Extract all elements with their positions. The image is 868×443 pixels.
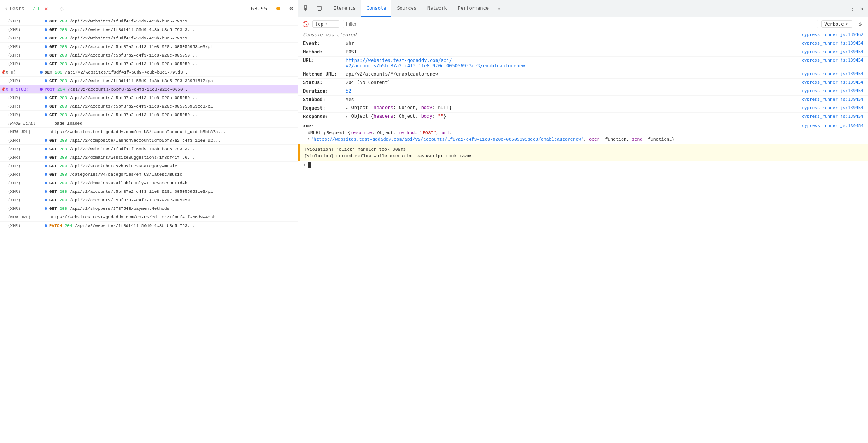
duration-link[interactable]: cypress_runner.js:139454 <box>802 88 863 93</box>
tab-network[interactable]: Network <box>422 0 453 17</box>
console-cleared-link[interactable]: cypress_runner.js:139462 <box>802 32 863 37</box>
tab-elements[interactable]: Elements <box>328 0 361 17</box>
console-request-row[interactable]: Request: ▶ Object {headers: Object, body… <box>298 104 868 113</box>
tab-sources[interactable]: Sources <box>391 0 422 17</box>
devtools-icon-bar <box>298 3 328 14</box>
url-link[interactable]: https://websites.test-godaddy.com/api/v2… <box>346 58 525 69</box>
devtools-header: Elements Console Sources Network Perform… <box>298 0 868 17</box>
log-item[interactable]: (XHR)GET 200 /api/v2/composite/launch?ac… <box>0 136 298 145</box>
log-item[interactable]: (XHR)GET 200 /api/v2/shoppers/2787548/pa… <box>0 204 298 213</box>
log-item[interactable]: (XHR)GET 200 /api/v2/accounts/b5bf87a2-c… <box>0 43 298 51</box>
console-settings-icon[interactable]: ⚙ <box>856 19 865 29</box>
method-get: GET <box>45 70 52 75</box>
event-value: xhr <box>346 41 802 46</box>
matched-url-link[interactable]: cypress_runner.js:139454 <box>802 71 863 76</box>
pass-stat: ✓ 1 <box>32 5 40 12</box>
log-item[interactable]: (XHR)GET 200 /api/v2/domains/websiteSugg… <box>0 153 298 162</box>
log-item[interactable]: (XHR)GET 200 /api/v2/accounts/b5bf87a2-c… <box>0 187 298 196</box>
log-item[interactable]: (XHR)GET 200 /api/v2/stockPhotos?busines… <box>0 162 298 170</box>
device-icon[interactable] <box>314 3 325 14</box>
context-select[interactable]: top ▾ <box>312 20 339 28</box>
log-item[interactable]: (XHR)GET 200 /api/v2/websites/1f8df41f-5… <box>0 34 298 43</box>
log-dot <box>45 96 47 99</box>
log-item[interactable]: (XHR)GET 200 /api/v2/accounts/b5bf87a2-c… <box>0 94 298 102</box>
more-options-icon[interactable]: ⋮ <box>849 4 857 13</box>
url-value: https://websites.test-godaddy.com/api/v2… <box>346 58 802 69</box>
status-200: 200 <box>59 113 67 117</box>
log-item[interactable]: (XHR)PATCH 204 /api/v2/websites/1f8df41f… <box>0 222 298 230</box>
log-item[interactable]: (XHR)GET 200 /api/v2/accounts/b5bf87a2-c… <box>0 102 298 111</box>
status-200: 200 <box>59 198 67 203</box>
response-obj: Object {headers: Object, body: ""} <box>351 114 446 119</box>
console-prompt[interactable]: › <box>298 161 868 169</box>
event-link[interactable]: cypress_runner.js:139454 <box>802 41 863 46</box>
log-item[interactable]: (XHR)GET 200 /api/v2/websites/1f8df41f-5… <box>0 26 298 34</box>
url-file-link[interactable]: cypress_runner.js:139454 <box>802 58 863 63</box>
status-200: 200 <box>59 53 67 58</box>
method-get: GET <box>49 206 57 211</box>
log-text: PATCH 204 /api/v2/websites/1f8df41f-56d9… <box>49 223 195 228</box>
log-item[interactable]: 📌(XHR STUB)POST 204 /api/v2/accounts/b5b… <box>0 85 298 94</box>
back-button[interactable]: ‹ Tests <box>5 5 24 11</box>
verbose-value: Verbose <box>824 21 844 27</box>
status-value: 204 (No Content) <box>346 80 802 85</box>
log-item[interactable]: (XHR)GET 200 /api/v2/websites/1f8df41f-5… <box>0 77 298 85</box>
verbose-select[interactable]: Verbose ▾ <box>822 20 852 28</box>
log-type: (XHR) <box>8 172 45 177</box>
close-devtools-icon[interactable]: ✕ <box>859 4 865 13</box>
method-get: GET <box>49 104 57 109</box>
log-item[interactable]: (XHR)GET 200 /api/v2/websites/1f8df41f-5… <box>0 17 298 26</box>
log-item[interactable]: (XHR)GET 200 /api/v2/accounts/b5bf87a2-c… <box>0 60 298 68</box>
log-type: (XHR) <box>8 155 45 160</box>
log-item[interactable]: (XHR)GET 200 /api/v2/accounts/b5bf87a2-c… <box>0 111 298 119</box>
clear-console-button[interactable]: 🚫 <box>301 20 309 28</box>
status-200: 200 <box>59 19 67 24</box>
log-text: GET 200 /api/v2/accounts/b5bf87a2-c4f3-1… <box>49 96 198 100</box>
response-link[interactable]: cypress_runner.js:139454 <box>802 114 863 119</box>
xhr-url-text[interactable]: "https://websites.test-godaddy.com/api/v… <box>311 137 584 142</box>
more-tabs-button[interactable]: » <box>494 5 503 12</box>
log-item[interactable]: (XHR)GET 200 /api/v2/accounts/b5bf87a2-c… <box>0 51 298 60</box>
request-link[interactable]: cypress_runner.js:139454 <box>802 105 863 110</box>
status-link[interactable]: cypress_runner.js:139454 <box>802 80 863 85</box>
log-item[interactable]: (XHR)GET 200 /api/v2/accounts/b5bf87a2-c… <box>0 196 298 204</box>
method-value: POST <box>346 49 802 55</box>
tab-console[interactable]: Console <box>361 0 392 17</box>
status-200: 200 <box>59 104 67 109</box>
log-item[interactable]: (NEW URL)https://websites.test-godaddy.c… <box>0 128 298 136</box>
settings-icon[interactable]: ⚙ <box>289 5 293 12</box>
filter-input[interactable] <box>343 20 818 28</box>
log-item[interactable]: 📌(XHR)GET 200 /api/v2/websites/1f8df41f-… <box>0 68 298 77</box>
console-content: Console was cleared cypress_runner.js:13… <box>298 31 868 443</box>
xhr-link[interactable]: cypress_runner.js:139454 <box>802 124 863 128</box>
xhr-block: XHR: cypress_runner.js:139454 XMLHttpReq… <box>298 121 868 144</box>
status-200: 200 <box>59 62 67 66</box>
tab-performance[interactable]: Performance <box>453 0 494 17</box>
response-key: Response: <box>303 114 346 119</box>
status-dot <box>276 7 280 10</box>
log-item[interactable]: (XHR)GET 200 /categories/v4/categories/e… <box>0 170 298 179</box>
log-item[interactable]: (PAGE LOAD)--page loaded-- <box>0 119 298 128</box>
log-item[interactable]: (NEW URL)https://websites.test-godaddy.c… <box>0 213 298 222</box>
log-item[interactable]: (XHR)GET 200 /api/v2/domains?availableOn… <box>0 179 298 187</box>
request-key: Request: <box>303 105 346 111</box>
inspect-icon[interactable] <box>301 3 312 14</box>
log-type: (NEW URL) <box>8 215 45 220</box>
log-text: GET 200 /api/v2/domains?availableOnly=tr… <box>49 181 195 185</box>
method-get: GET <box>49 113 57 117</box>
console-response-row[interactable]: Response: ▶ Object {headers: Object, bod… <box>298 113 868 121</box>
matched-url-key: Matched URL: <box>303 71 346 77</box>
log-type: (XHR) <box>8 198 45 203</box>
context-value: top <box>315 21 324 27</box>
stubbed-link[interactable]: cypress_runner.js:139454 <box>802 97 863 102</box>
log-type: (PAGE LOAD) <box>8 121 45 126</box>
log-text: GET 200 /api/v2/accounts/b5bf87a2-c4f3-1… <box>49 104 213 109</box>
console-event-row: Event: xhr cypress_runner.js:139454 <box>298 39 868 48</box>
devtools-actions: ⋮ ✕ <box>849 4 868 13</box>
status-200: 200 <box>55 70 62 75</box>
log-text: GET 200 /api/v2/websites/1f8df41f-56d9-4… <box>49 147 195 151</box>
log-type: (XHR) <box>8 104 45 109</box>
log-item[interactable]: (XHR)GET 200 /api/v2/websites/1f8df41f-5… <box>0 145 298 153</box>
expand-xhr-icon[interactable]: ▶ <box>308 137 310 141</box>
method-link[interactable]: cypress_runner.js:139454 <box>802 49 863 54</box>
